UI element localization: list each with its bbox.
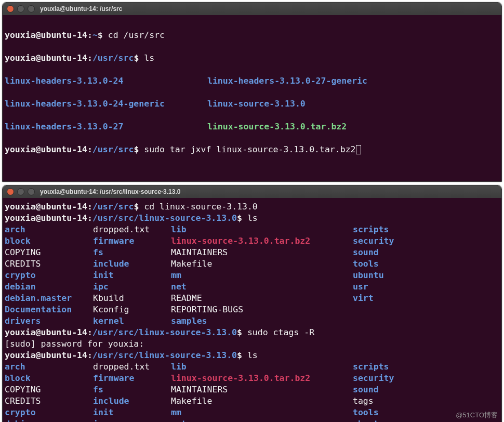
ls-entry: Makefile bbox=[171, 258, 353, 270]
ls-entry: mm bbox=[171, 270, 353, 281]
ls-entry: init bbox=[93, 270, 171, 281]
ls-entry: samples bbox=[171, 315, 353, 327]
ls-entry: linux-source-3.13.0 bbox=[207, 99, 306, 109]
close-icon[interactable] bbox=[7, 188, 14, 195]
ls-entry: firmware bbox=[93, 373, 171, 384]
ls-entry: security bbox=[353, 236, 394, 246]
ls-entry: linux-source-3.13.0.tar.bz2 bbox=[171, 235, 353, 247]
ls-entry: ipc bbox=[93, 281, 171, 293]
ls-entry: include bbox=[93, 258, 171, 270]
ls-entry: Kconfig bbox=[93, 304, 171, 315]
ls-entry: virt bbox=[353, 293, 374, 303]
ls-entry: security bbox=[353, 373, 394, 383]
ls-entry: firmware bbox=[93, 235, 171, 247]
ls-entry: fs bbox=[93, 247, 171, 258]
ls-entry: ubuntu bbox=[353, 419, 384, 422]
ls-entry: linux-headers-3.13.0-27 bbox=[5, 121, 207, 133]
ls-entry: debian.master bbox=[5, 293, 93, 304]
ls-entry: arch bbox=[5, 224, 93, 235]
ls-entry: ipc bbox=[93, 418, 171, 422]
ls-entry: kernel bbox=[93, 315, 171, 327]
ls-entry: debian bbox=[5, 281, 93, 293]
ls-entry: init bbox=[93, 407, 171, 418]
ls-entry: linux-headers-3.13.0-24-generic bbox=[5, 98, 207, 110]
ls-entry: REPORTING-BUGS bbox=[171, 304, 353, 315]
window-title: youxia@ubuntu-14: /usr/src bbox=[40, 5, 122, 12]
ls-entry: MAINTAINERS bbox=[171, 247, 353, 258]
sudo-prompt: [sudo] password for youxia: bbox=[5, 338, 499, 350]
ls-entry: dropped.txt bbox=[93, 361, 171, 373]
titlebar[interactable]: youxia@ubuntu-14: /usr/src/linux-source-… bbox=[3, 186, 501, 198]
cmd: cd linux-source-3.13.0 bbox=[144, 202, 258, 212]
ls-entry: tools bbox=[353, 259, 379, 269]
cmd: cd /usr/src bbox=[108, 30, 165, 40]
cursor-icon bbox=[356, 145, 361, 154]
ls-entry: block bbox=[5, 235, 93, 247]
cmd: ls bbox=[144, 53, 154, 63]
ls-entry: sound bbox=[353, 247, 379, 257]
ls-entry: Makefile bbox=[171, 395, 353, 407]
ls-entry: crypto bbox=[5, 270, 93, 281]
close-icon[interactable] bbox=[7, 5, 14, 12]
ls-entry: CREDITS bbox=[5, 258, 93, 270]
ls-entry: block bbox=[5, 373, 93, 384]
watermark: @51CTO博客 bbox=[456, 411, 498, 420]
prompt-user: youxia@ubuntu-14 bbox=[5, 30, 87, 40]
ls-entry: COPYING bbox=[5, 384, 93, 395]
ls-entry: README bbox=[171, 293, 353, 304]
ls-entry: linux-headers-3.13.0-27-generic bbox=[207, 76, 367, 86]
ls-entry: linux-source-3.13.0.tar.bz2 bbox=[207, 122, 347, 131]
ls-entry: drivers bbox=[5, 315, 93, 327]
ls-entry: debian bbox=[5, 418, 93, 422]
cmd: sudo tar jxvf linux-source-3.13.0.tar.bz… bbox=[144, 144, 355, 154]
cmd: sudo ctags -R bbox=[247, 327, 314, 337]
window-title: youxia@ubuntu-14: /usr/src/linux-source-… bbox=[40, 188, 180, 195]
ls-entry: crypto bbox=[5, 407, 93, 418]
prompt-path: ~ bbox=[92, 30, 98, 40]
ls-entry: arch bbox=[5, 361, 93, 373]
ls-entry: scripts bbox=[353, 362, 389, 372]
ls-entry: ubuntu bbox=[353, 270, 384, 280]
terminal-window-2: youxia@ubuntu-14: /usr/src/linux-source-… bbox=[2, 185, 502, 422]
minimize-icon[interactable] bbox=[17, 5, 24, 12]
ls-entry: net bbox=[171, 281, 353, 293]
maximize-icon[interactable] bbox=[28, 188, 35, 195]
maximize-icon[interactable] bbox=[28, 5, 35, 12]
ls-entry: net bbox=[171, 418, 353, 422]
ls-entry: dropped.txt bbox=[93, 224, 171, 235]
ls-entry: linux-headers-3.13.0-24 bbox=[5, 75, 207, 87]
ls-entry: fs bbox=[93, 384, 171, 395]
ls-entry: scripts bbox=[353, 225, 389, 234]
ls-entry: tags bbox=[353, 396, 374, 406]
ls-entry: lib bbox=[171, 224, 353, 235]
ls-entry: COPYING bbox=[5, 247, 93, 258]
ls-entry: linux-source-3.13.0.tar.bz2 bbox=[171, 373, 353, 384]
ls-entry: Documentation bbox=[5, 304, 93, 315]
cmd: ls bbox=[247, 213, 258, 223]
terminal-body[interactable]: youxia@ubuntu-14:/usr/src$ cd linux-sour… bbox=[3, 198, 501, 422]
ls-entry: mm bbox=[171, 407, 353, 418]
ls-entry: include bbox=[93, 395, 171, 407]
ls-entry: lib bbox=[171, 361, 353, 373]
cmd: ls bbox=[247, 350, 258, 360]
titlebar[interactable]: youxia@ubuntu-14: /usr/src bbox=[3, 3, 501, 15]
ls-entry: tools bbox=[353, 407, 379, 417]
ls-entry: MAINTAINERS bbox=[171, 384, 353, 395]
ls-entry: sound bbox=[353, 385, 379, 394]
terminal-body[interactable]: youxia@ubuntu-14:~$ cd /usr/src youxia@u… bbox=[3, 15, 501, 181]
ls-entry: CREDITS bbox=[5, 395, 93, 407]
terminal-window-1: youxia@ubuntu-14: /usr/src youxia@ubuntu… bbox=[2, 2, 502, 182]
minimize-icon[interactable] bbox=[17, 188, 24, 195]
ls-entry: usr bbox=[353, 282, 368, 292]
ls-entry: Kbuild bbox=[93, 293, 171, 304]
